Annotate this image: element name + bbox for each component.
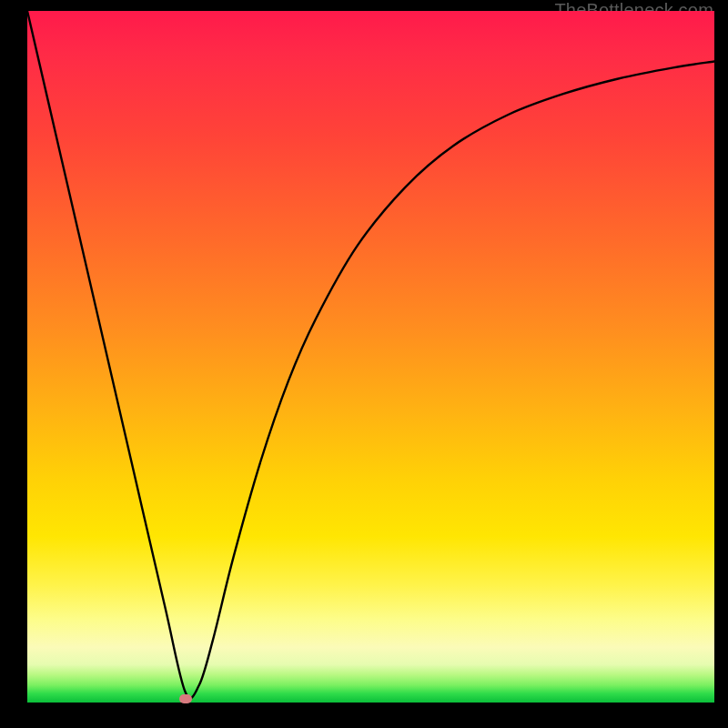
plot-area xyxy=(27,11,714,703)
bottleneck-curve xyxy=(27,11,714,703)
optimum-marker xyxy=(179,694,192,703)
chart-frame: TheBottleneck.com xyxy=(0,0,728,728)
